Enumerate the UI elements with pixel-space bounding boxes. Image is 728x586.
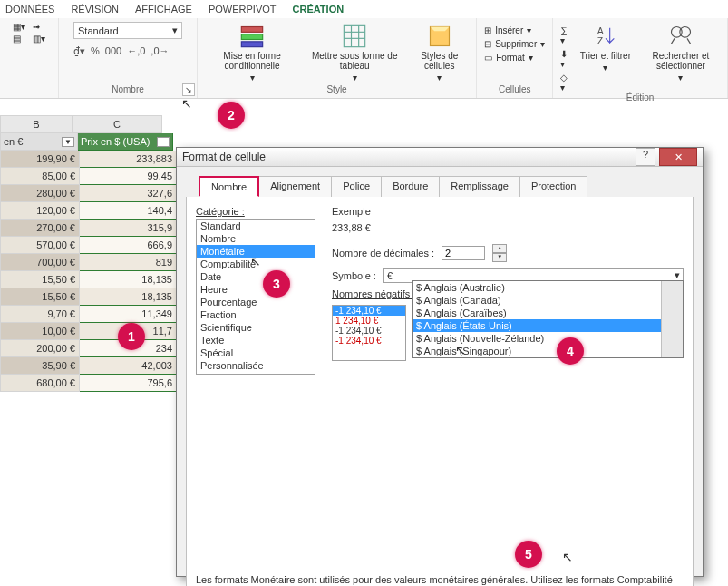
cat-date[interactable]: Date <box>197 270 315 283</box>
tab-donnees[interactable]: DONNÉES <box>5 4 54 15</box>
sym-opt-aus[interactable]: $ Anglais (Australie) <box>413 281 683 294</box>
cell[interactable]: 15,50 € <box>0 288 80 306</box>
sym-opt-can[interactable]: $ Anglais (Canada) <box>413 294 683 307</box>
conditional-formatting-button[interactable]: Mise en forme conditionnelle▾ <box>203 22 301 84</box>
cell[interactable]: 18,135 <box>80 288 177 306</box>
merge-btn[interactable]: ▥▾ <box>31 34 47 44</box>
cat-standard[interactable]: Standard <box>197 220 315 232</box>
tab-affichage[interactable]: AFFICHAGE <box>135 4 192 15</box>
percent-btn[interactable]: % <box>91 45 100 57</box>
comma-btn[interactable]: 000 <box>105 45 121 57</box>
cell[interactable]: 18,135 <box>80 271 177 288</box>
cat-pourcentage[interactable]: Pourcentage <box>197 296 315 308</box>
format-button[interactable]: ▭ Format ▾ <box>482 53 547 63</box>
dialog-help-button[interactable]: ? <box>636 148 655 166</box>
tab-powerpivot[interactable]: POWERPIVOT <box>209 4 277 15</box>
cell[interactable]: 666,9 <box>80 237 177 254</box>
dlg-tab-protection[interactable]: Protection <box>519 176 588 197</box>
group-edit-label: Édition <box>626 93 655 103</box>
cell[interactable]: 570,00 € <box>0 237 80 254</box>
cell[interactable]: 700,00 € <box>0 254 80 271</box>
cat-personnalisee[interactable]: Personnalisée <box>197 359 315 372</box>
sym-opt-sg[interactable]: $ Anglais (Singapour) <box>413 345 683 357</box>
tab-creation[interactable]: CRÉATION <box>293 4 345 15</box>
dlg-tab-bordure[interactable]: Bordure <box>381 176 440 197</box>
cell[interactable]: 233,883 <box>80 151 177 168</box>
format-as-table-button[interactable]: Mettre sous forme de tableau▾ <box>305 22 404 84</box>
autosum-button[interactable]: ∑ ▾ <box>558 25 571 45</box>
cell[interactable]: 9,70 € <box>0 306 80 323</box>
dropdown-scrollbar[interactable] <box>661 281 683 357</box>
col-header-b[interactable]: B <box>0 115 73 133</box>
cat-monetaire[interactable]: Monétaire <box>197 245 315 258</box>
negatives-list[interactable]: -1 234,10 € 1 234,10 € -1 234,10 € -1 23… <box>332 305 406 361</box>
cell[interactable]: 315,9 <box>80 220 177 237</box>
cat-texte[interactable]: Texte <box>197 334 315 347</box>
dlg-tab-nombre[interactable]: Nombre <box>199 176 259 197</box>
cell[interactable]: 327,6 <box>80 185 177 202</box>
cat-fraction[interactable]: Fraction <box>197 308 315 321</box>
inc-dec-btn[interactable]: ←,0 <box>127 45 145 57</box>
spin-down[interactable]: ▼ <box>492 253 507 262</box>
number-format-combo[interactable]: Standard▾ <box>73 22 182 39</box>
table-header-c[interactable]: Prix en $ (USA)▼ <box>78 133 173 151</box>
cell-styles-button[interactable]: Styles de cellules▾ <box>408 22 471 84</box>
number-dialog-launcher[interactable]: ↘ <box>182 83 195 96</box>
find-select-button[interactable]: Rechercher et sélectionner▾ <box>640 22 722 84</box>
paste-btn[interactable]: ▦▾ <box>11 22 27 32</box>
cell[interactable]: 199,90 € <box>0 151 80 168</box>
cell[interactable]: 140,4 <box>80 202 177 220</box>
wrap-btn[interactable]: ➟ <box>31 22 47 32</box>
dlg-tab-police[interactable]: Police <box>331 176 382 197</box>
cell[interactable]: 11,7 <box>80 323 177 340</box>
cell[interactable]: 200,00 € <box>0 340 80 357</box>
cell[interactable]: 795,6 <box>80 375 177 392</box>
insert-button[interactable]: ⊞ Insérer ▾ <box>482 25 547 35</box>
cat-comptabilite[interactable]: Comptabilité <box>197 258 315 270</box>
cell[interactable]: 120,00 € <box>0 202 80 220</box>
dec-dec-btn[interactable]: ,0→ <box>150 45 169 57</box>
fill-button[interactable]: ⬇ ▾ <box>558 49 571 69</box>
symbol-dropdown[interactable]: $ Anglais (Australie) $ Anglais (Canada)… <box>412 280 684 358</box>
cell[interactable]: 35,90 € <box>0 357 80 375</box>
currency-btn[interactable]: ₫▾ <box>73 45 85 57</box>
neg-opt[interactable]: 1 234,10 € <box>333 316 405 326</box>
cell[interactable]: 10,00 € <box>0 323 80 340</box>
filter-b[interactable]: ▼ <box>62 137 74 147</box>
cell[interactable]: 680,00 € <box>0 375 80 392</box>
sym-opt-car[interactable]: $ Anglais (Caraïbes) <box>413 307 683 319</box>
cell[interactable]: 11,349 <box>80 306 177 323</box>
category-list[interactable]: Standard Nombre Monétaire Comptabilité D… <box>196 219 315 375</box>
svg-rect-2 <box>241 42 262 47</box>
cell[interactable]: 42,003 <box>80 357 177 375</box>
format-painter[interactable]: ▤ <box>11 34 27 44</box>
sort-filter-button[interactable]: AZTrier et filtrer▾ <box>575 22 636 74</box>
sym-opt-nz[interactable]: $ Anglais (Nouvelle-Zélande) <box>413 332 683 345</box>
cat-scientifique[interactable]: Scientifique <box>197 321 315 334</box>
neg-opt[interactable]: -1 234,10 € <box>333 336 405 346</box>
neg-opt[interactable]: -1 234,10 € <box>333 326 405 336</box>
delete-button[interactable]: ⊟ Supprimer ▾ <box>482 39 547 49</box>
cat-heure[interactable]: Heure <box>197 283 315 296</box>
spin-up[interactable]: ▲ <box>492 244 507 253</box>
filter-c[interactable]: ▼ <box>157 137 170 147</box>
cell[interactable]: 280,00 € <box>0 185 80 202</box>
cell[interactable]: 15,50 € <box>0 271 80 288</box>
cell[interactable]: 270,00 € <box>0 220 80 237</box>
cat-nombre[interactable]: Nombre <box>197 232 315 245</box>
col-header-c[interactable]: C <box>73 115 162 133</box>
cell[interactable]: 234 <box>80 340 177 357</box>
sym-opt-usa[interactable]: $ Anglais (États-Unis) <box>413 319 683 332</box>
neg-opt[interactable]: -1 234,10 € <box>333 306 405 316</box>
table-header-b[interactable]: en €▼ <box>0 133 78 151</box>
dlg-tab-alignement[interactable]: Alignement <box>258 176 332 197</box>
cell[interactable]: 819 <box>80 254 177 271</box>
dlg-tab-remplissage[interactable]: Remplissage <box>439 176 520 197</box>
cell[interactable]: 85,00 € <box>0 168 80 185</box>
clear-button[interactable]: ◇ ▾ <box>558 73 571 93</box>
cat-special[interactable]: Spécial <box>197 347 315 359</box>
dialog-close-button[interactable]: ✕ <box>659 148 697 166</box>
decimals-input[interactable] <box>442 246 485 260</box>
tab-revision[interactable]: RÉVISION <box>71 4 119 15</box>
cell[interactable]: 99,45 <box>80 168 177 185</box>
